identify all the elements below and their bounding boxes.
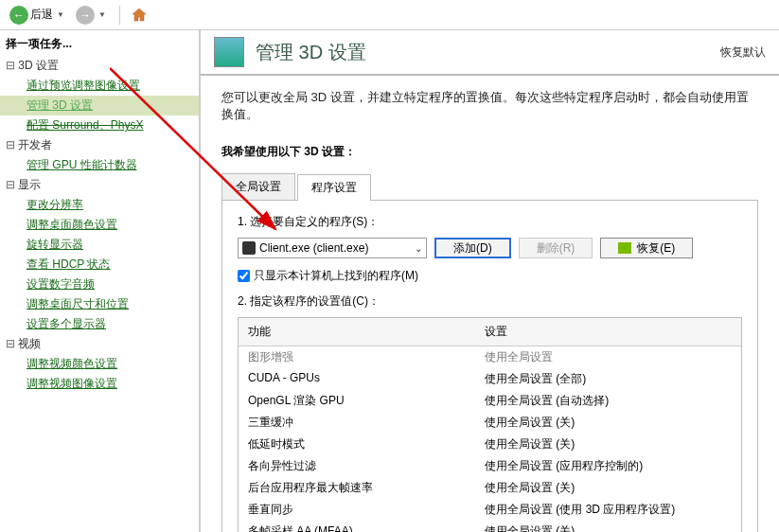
only-installed-checkbox[interactable]	[238, 270, 250, 282]
cell-feature: 垂直同步	[239, 499, 475, 521]
tab-program-settings: 1. 选择要自定义的程序(S)： Client.exe (client.exe)…	[221, 201, 758, 532]
page-title: 管理 3D 设置	[256, 40, 366, 65]
tree-category[interactable]: 3D 设置	[0, 56, 199, 76]
restore-defaults-link[interactable]: 恢复默认	[720, 44, 766, 61]
forward-arrow-icon: →	[76, 6, 95, 25]
program-select[interactable]: Client.exe (client.exe) ⌄	[238, 238, 427, 258]
table-row[interactable]: 多帧采样 AA (MFAA)使用全局设置 (关)	[239, 521, 741, 532]
table-row[interactable]: CUDA - GPUs使用全局设置 (全部)	[239, 368, 741, 390]
forward-button[interactable]: → ▼	[72, 4, 110, 27]
step1-label: 1. 选择要自定义的程序(S)：	[238, 214, 742, 230]
cell-feature: 后台应用程序最大帧速率	[239, 477, 475, 499]
cell-setting: 使用全局设置 (关)	[475, 477, 741, 499]
tree-item[interactable]: 查看 HDCP 状态	[0, 255, 199, 275]
tree-item[interactable]: 配置 Surround、PhysX	[0, 115, 199, 135]
back-arrow-icon: ←	[9, 6, 28, 25]
cell-feature: 多帧采样 AA (MFAA)	[239, 521, 475, 532]
tree-item[interactable]: 设置多个显示器	[0, 314, 199, 334]
chevron-down-icon: ⌄	[415, 243, 422, 254]
table-row[interactable]: 三重缓冲使用全局设置 (关)	[239, 412, 741, 434]
cell-feature: OpenGL 渲染 GPU	[239, 390, 475, 412]
tree-category[interactable]: 视频	[0, 334, 199, 354]
table-row[interactable]: 各向异性过滤使用全局设置 (应用程序控制的)	[239, 455, 741, 477]
cell-setting: 使用全局设置 (自动选择)	[475, 390, 741, 412]
tree-category[interactable]: 开发者	[0, 135, 199, 155]
content-header: 管理 3D 设置 恢复默认	[201, 30, 779, 76]
tree-item[interactable]: 旋转显示器	[0, 235, 199, 255]
table-group: 图形增强	[239, 346, 475, 368]
back-dropdown-icon[interactable]: ▼	[57, 10, 64, 19]
back-button[interactable]: ← 后退 ▼	[6, 4, 68, 27]
nvidia-chip-icon	[618, 242, 631, 254]
content-pane: 管理 3D 设置 恢复默认 您可以更改全局 3D 设置，并建立特定程序的置换值。…	[201, 30, 779, 532]
cell-setting: 使用全局设置 (全部)	[475, 368, 741, 390]
table-row[interactable]: 垂直同步使用全局设置 (使用 3D 应用程序设置)	[239, 499, 741, 521]
only-installed-label: 只显示本计算机上找到的程序(M)	[254, 268, 418, 284]
cell-setting: 使用全局设置 (关)	[475, 434, 741, 455]
cell-feature: CUDA - GPUs	[239, 368, 475, 390]
forward-dropdown-icon[interactable]: ▼	[98, 10, 106, 19]
tree-category[interactable]: 显示	[0, 175, 199, 195]
table-header: 功能 设置	[239, 318, 741, 346]
tab[interactable]: 程序设置	[297, 174, 371, 201]
cell-feature: 各向异性过滤	[239, 455, 475, 477]
tree-item[interactable]: 管理 3D 设置	[0, 96, 199, 115]
page-description: 您可以更改全局 3D 设置，并建立特定程序的置换值。每次这些特定程序启动时，都会…	[201, 76, 779, 136]
restore-button[interactable]: 恢复(E)	[600, 238, 693, 258]
table-row[interactable]: 低延时模式使用全局设置 (关)	[239, 434, 741, 455]
tree-item[interactable]: 调整桌面尺寸和位置	[0, 294, 199, 314]
add-button[interactable]: 添加(D)	[434, 238, 511, 258]
cell-setting: 使用全局设置 (使用 3D 应用程序设置)	[475, 499, 741, 521]
sidebar-title: 择一项任务...	[0, 34, 199, 54]
sidebar-tree: 3D 设置通过预览调整图像设置管理 3D 设置配置 Surround、PhysX…	[0, 54, 199, 396]
cell-setting: 使用全局设置 (关)	[475, 412, 741, 434]
table-group-setting: 使用全局设置	[475, 346, 741, 368]
tab[interactable]: 全局设置	[221, 173, 295, 200]
toolbar: ← 后退 ▼ → ▼	[0, 0, 779, 30]
back-label: 后退	[30, 7, 53, 23]
tree-item[interactable]: 管理 GPU 性能计数器	[0, 155, 199, 175]
tree-item[interactable]: 调整视频颜色设置	[0, 354, 199, 374]
tree-item[interactable]: 调整桌面颜色设置	[0, 215, 199, 235]
settings-heading: 我希望使用以下 3D 设置：	[221, 144, 758, 160]
table-row[interactable]: OpenGL 渲染 GPU使用全局设置 (自动选择)	[239, 390, 741, 412]
toolbar-separator	[119, 6, 120, 25]
restore-button-label: 恢复(E)	[637, 240, 675, 257]
step2-label: 2. 指定该程序的设置值(C)：	[238, 293, 742, 310]
tree-item[interactable]: 调整视频图像设置	[0, 374, 199, 394]
tabs: 全局设置程序设置	[221, 173, 758, 201]
cell-feature: 低延时模式	[239, 434, 475, 455]
home-icon[interactable]	[130, 6, 149, 25]
tree-item[interactable]: 通过预览调整图像设置	[0, 76, 199, 96]
header-3d-icon	[214, 37, 244, 67]
cell-setting: 使用全局设置 (应用程序控制的)	[475, 455, 741, 477]
col-setting-header: 设置	[475, 318, 741, 346]
tree-item[interactable]: 更改分辨率	[0, 195, 199, 215]
remove-button: 删除(R)	[519, 238, 593, 258]
table-row[interactable]: 后台应用程序最大帧速率使用全局设置 (关)	[239, 477, 741, 499]
col-feature-header: 功能	[239, 318, 475, 346]
table-body: 图形增强使用全局设置CUDA - GPUs使用全局设置 (全部)OpenGL 渲…	[239, 346, 741, 532]
settings-table: 功能 设置 图形增强使用全局设置CUDA - GPUs使用全局设置 (全部)Op…	[238, 317, 742, 532]
cell-setting: 使用全局设置 (关)	[475, 521, 741, 532]
program-icon	[242, 241, 256, 255]
tree-item[interactable]: 设置数字音频	[0, 275, 199, 294]
cell-feature: 三重缓冲	[239, 412, 475, 434]
program-selected-text: Client.exe (client.exe)	[259, 241, 368, 255]
sidebar: 择一项任务... 3D 设置通过预览调整图像设置管理 3D 设置配置 Surro…	[0, 30, 201, 532]
